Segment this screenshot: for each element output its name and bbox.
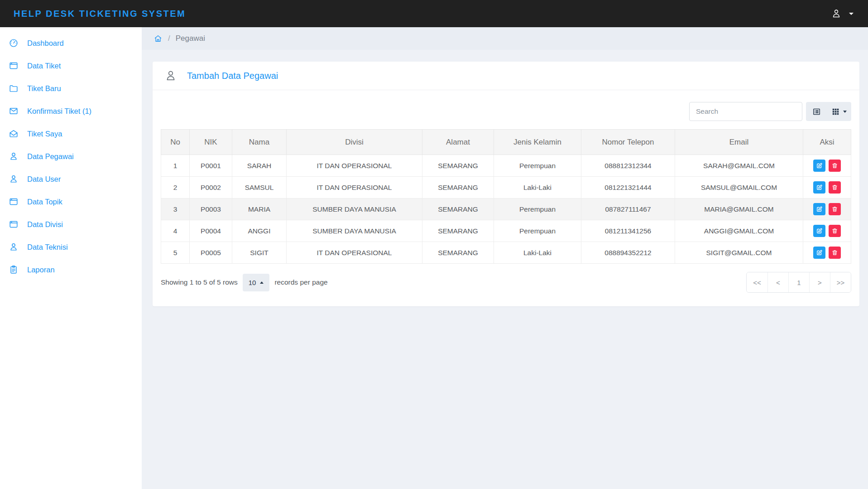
cell-nama: ANGGI [232,220,287,242]
window-icon [9,61,19,71]
columns-dropdown-button[interactable] [827,102,851,121]
trash-icon [831,162,838,169]
toggle-view-button[interactable] [806,102,827,121]
last-page-button[interactable]: >> [830,272,851,292]
cell-telepon: 088894352212 [581,242,675,264]
edit-icon [816,206,823,213]
cell-divisi: IT DAN OPERASIONAL [287,242,422,264]
breadcrumb-separator: / [168,34,170,43]
delete-button[interactable] [829,225,841,237]
person-icon [9,174,19,184]
edit-button[interactable] [813,247,825,259]
delete-button[interactable] [829,203,841,215]
sidebar-item-label: Data Teknisi [27,243,68,252]
column-header-jenis-kelamin[interactable]: Jenis Kelamin [494,130,581,155]
cell-alamat: SEMARANG [422,177,494,199]
cell-telepon: 081211341256 [581,220,675,242]
search-input[interactable] [689,102,802,121]
cell-nik: P0003 [190,199,232,220]
delete-button[interactable] [829,160,841,172]
sidebar-item-tiket-saya[interactable]: Tiket Saya [0,122,142,145]
top-navbar: HELP DESK TICKETING SYSTEM [0,0,868,27]
column-header-alamat[interactable]: Alamat [422,130,494,155]
person-icon [831,8,842,19]
column-header-nik[interactable]: NIK [190,130,232,155]
cell-nama: SAMSUL [232,177,287,199]
caret-up-icon [260,281,264,284]
sidebar-item-data-divisi[interactable]: Data Divisi [0,213,142,236]
sidebar-item-data-tiket[interactable]: Data Tiket [0,54,142,77]
cell-nama: SARAH [232,155,287,177]
column-header-no[interactable]: No [161,130,190,155]
cell-aksi [803,220,851,242]
sidebar-item-data-user[interactable]: Data User [0,168,142,190]
sidebar-item-label: Data User [27,175,61,184]
sidebar-item-dashboard[interactable]: Dashboard [0,32,142,54]
person-icon [9,151,19,161]
edit-icon [816,228,823,234]
sidebar-item-label: Data Pegawai [27,152,74,161]
pegawai-card: Tambah Data Pegawai [153,62,859,306]
cell-alamat: SEMARANG [422,199,494,220]
sidebar-item-data-teknisi[interactable]: Data Teknisi [0,236,142,258]
edit-icon [816,249,823,256]
sidebar-item-konfirmasi-tiket[interactable]: Konfirmasi Tiket (1) [0,100,142,122]
sidebar-item-data-pegawai[interactable]: Data Pegawai [0,145,142,168]
edit-button[interactable] [813,203,825,215]
cell-aksi [803,242,851,264]
cell-no: 1 [161,155,190,177]
column-header-email[interactable]: Email [675,130,803,155]
table-row: 5 P0005 SIGIT IT DAN OPERASIONAL SEMARAN… [161,242,851,264]
mail-open-icon [9,129,19,139]
list-toggle-icon [812,107,821,116]
cell-no: 4 [161,220,190,242]
sidebar-item-data-topik[interactable]: Data Topik [0,190,142,213]
delete-button[interactable] [829,247,841,259]
person-icon [164,69,177,82]
page-number-button[interactable]: 1 [788,272,809,292]
user-menu[interactable] [830,6,854,21]
column-header-aksi[interactable]: Aksi [803,130,851,155]
column-header-nama[interactable]: Nama [232,130,287,155]
mail-icon [9,106,19,116]
sidebar-item-label: Laporan [27,266,55,274]
caret-down-icon [843,111,847,113]
cell-divisi: SUMBER DAYA MANUSIA [287,220,422,242]
window-icon [9,197,19,207]
tambah-data-pegawai-link[interactable]: Tambah Data Pegawai [187,71,278,81]
sidebar-item-label: Tiket Saya [27,130,62,138]
column-header-divisi[interactable]: Divisi [287,130,422,155]
next-page-button[interactable]: > [809,272,830,292]
previous-page-button[interactable]: < [767,272,788,292]
cell-nik: P0004 [190,220,232,242]
app-title[interactable]: HELP DESK TICKETING SYSTEM [14,9,186,19]
table-footer: Showing 1 to 5 of 5 rows 10 records per … [161,272,851,293]
cell-no: 3 [161,199,190,220]
home-icon[interactable] [153,34,163,43]
cell-nik: P0001 [190,155,232,177]
cell-no: 2 [161,177,190,199]
delete-button[interactable] [829,181,841,194]
cell-nik: P0005 [190,242,232,264]
trash-icon [831,184,838,191]
cell-email: SARAH@GMAIL.COM [675,155,803,177]
first-page-button[interactable]: << [747,272,767,292]
page-size-dropdown[interactable]: 10 [243,274,270,291]
sidebar-item-laporan[interactable]: Laporan [0,258,142,281]
records-per-page-label: records per page [274,278,327,286]
cell-jenis-kelamin: Laki-Laki [494,242,581,264]
edit-button[interactable] [813,225,825,237]
dashboard-icon [9,38,19,48]
trash-icon [831,249,838,256]
table-row: 2 P0002 SAMSUL IT DAN OPERASIONAL SEMARA… [161,177,851,199]
cell-nik: P0002 [190,177,232,199]
cell-no: 5 [161,242,190,264]
edit-button[interactable] [813,160,825,172]
column-header-nomor-telepon[interactable]: Nomor Telepon [581,130,675,155]
cell-jenis-kelamin: Perempuan [494,199,581,220]
sidebar-item-tiket-baru[interactable]: Tiket Baru [0,77,142,100]
edit-button[interactable] [813,181,825,194]
toolbar-button-group [806,102,851,121]
cell-email: SIGIT@GMAIL.COM [675,242,803,264]
sidebar-item-label: Konfirmasi Tiket (1) [27,107,91,116]
